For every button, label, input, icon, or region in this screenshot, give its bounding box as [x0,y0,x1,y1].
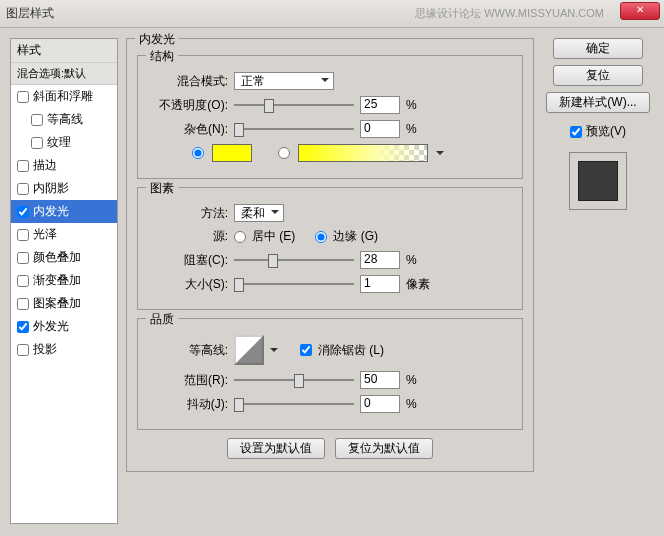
make-default-button[interactable]: 设置为默认值 [227,438,325,459]
color-swatch[interactable] [212,144,252,162]
preview-swatch [578,161,618,201]
sidebar-item[interactable]: 内阴影 [11,177,117,200]
sidebar-item-checkbox[interactable] [17,321,29,333]
close-button[interactable]: ✕ [620,2,660,20]
sidebar-item[interactable]: 投影 [11,338,117,361]
sidebar-item-label: 等高线 [47,111,83,128]
contour-picker[interactable] [234,335,264,365]
size-label: 大小(S): [148,276,228,293]
sidebar-item-checkbox[interactable] [17,344,29,356]
elements-label: 图素 [146,180,178,197]
sidebar-item[interactable]: 内发光 [11,200,117,223]
sidebar-blend-options[interactable]: 混合选项:默认 [11,63,117,85]
noise-slider[interactable] [234,121,354,137]
range-slider[interactable] [234,372,354,388]
technique-label: 方法: [148,205,228,222]
sidebar-item-label: 图案叠加 [33,295,81,312]
sidebar-item-checkbox[interactable] [17,160,29,172]
watermark: 思缘设计论坛 WWW.MISSYUAN.COM [415,6,604,21]
source-edge-label: 边缘 (G) [333,228,378,245]
panel-title: 内发光 [135,31,179,48]
jitter-slider[interactable] [234,396,354,412]
noise-input[interactable]: 0 [360,120,400,138]
sidebar-item-checkbox[interactable] [17,91,29,103]
opacity-slider[interactable] [234,97,354,113]
jitter-input[interactable]: 0 [360,395,400,413]
gradient-radio[interactable] [278,147,290,159]
noise-unit: % [406,122,436,136]
choke-label: 阻塞(C): [148,252,228,269]
range-label: 范围(R): [148,372,228,389]
noise-label: 杂色(N): [148,121,228,138]
sidebar-item-checkbox[interactable] [17,298,29,310]
styles-sidebar: 样式 混合选项:默认 斜面和浮雕等高线纹理描边内阴影内发光光泽颜色叠加渐变叠加图… [10,38,118,524]
quality-label: 品质 [146,311,178,328]
jitter-unit: % [406,397,436,411]
blend-mode-label: 混合模式: [148,73,228,90]
sidebar-item-label: 渐变叠加 [33,272,81,289]
antialias-checkbox[interactable] [300,344,312,356]
opacity-input[interactable]: 25 [360,96,400,114]
sidebar-item-label: 斜面和浮雕 [33,88,93,105]
sidebar-item[interactable]: 外发光 [11,315,117,338]
preview-label: 预览(V) [586,123,626,140]
ok-button[interactable]: 确定 [553,38,643,59]
preview-box [569,152,627,210]
opacity-unit: % [406,98,436,112]
sidebar-item[interactable]: 光泽 [11,223,117,246]
choke-input[interactable]: 28 [360,251,400,269]
color-radio[interactable] [192,147,204,159]
new-style-button[interactable]: 新建样式(W)... [546,92,649,113]
sidebar-item-label: 描边 [33,157,57,174]
inner-glow-fieldset: 内发光 结构 混合模式: 正常 不透明度(O): 25 % 杂色(N): [126,38,534,472]
sidebar-header[interactable]: 样式 [11,39,117,63]
sidebar-item-label: 投影 [33,341,57,358]
range-input[interactable]: 50 [360,371,400,389]
gradient-dropdown-icon[interactable] [436,151,444,159]
size-slider[interactable] [234,276,354,292]
choke-slider[interactable] [234,252,354,268]
sidebar-item-checkbox[interactable] [31,137,43,149]
sidebar-item-label: 光泽 [33,226,57,243]
right-panel: 确定 复位 新建样式(W)... 预览(V) [542,38,654,524]
window-title: 图层样式 [6,5,54,22]
reset-default-button[interactable]: 复位为默认值 [335,438,433,459]
sidebar-item-label: 颜色叠加 [33,249,81,266]
source-edge-radio[interactable] [315,231,327,243]
sidebar-item-checkbox[interactable] [17,252,29,264]
content: 内发光 结构 混合模式: 正常 不透明度(O): 25 % 杂色(N): [126,38,654,524]
sidebar-item-checkbox[interactable] [17,229,29,241]
source-center-label: 居中 (E) [252,228,295,245]
blend-mode-dropdown[interactable]: 正常 [234,72,334,90]
preview-checkbox[interactable] [570,126,582,138]
sidebar-item[interactable]: 斜面和浮雕 [11,85,117,108]
opacity-label: 不透明度(O): [148,97,228,114]
sidebar-item[interactable]: 渐变叠加 [11,269,117,292]
settings-panel: 内发光 结构 混合模式: 正常 不透明度(O): 25 % 杂色(N): [126,38,534,524]
sidebar-item-checkbox[interactable] [17,206,29,218]
sidebar-item[interactable]: 描边 [11,154,117,177]
cancel-button[interactable]: 复位 [553,65,643,86]
sidebar-item[interactable]: 纹理 [11,131,117,154]
sidebar-item[interactable]: 颜色叠加 [11,246,117,269]
quality-group: 品质 等高线: 消除锯齿 (L) 范围(R): 50 % [137,318,523,430]
sidebar-item[interactable]: 等高线 [11,108,117,131]
range-unit: % [406,373,436,387]
antialias-label: 消除锯齿 (L) [318,342,384,359]
jitter-label: 抖动(J): [148,396,228,413]
size-unit: 像素 [406,276,436,293]
gradient-swatch[interactable] [298,144,428,162]
size-input[interactable]: 1 [360,275,400,293]
choke-unit: % [406,253,436,267]
sidebar-item-checkbox[interactable] [17,183,29,195]
sidebar-item-label: 内阴影 [33,180,69,197]
sidebar-item-checkbox[interactable] [17,275,29,287]
contour-dropdown-icon[interactable] [270,348,278,356]
source-label: 源: [148,228,228,245]
source-center-radio[interactable] [234,231,246,243]
sidebar-item-label: 纹理 [47,134,71,151]
sidebar-item[interactable]: 图案叠加 [11,292,117,315]
main-area: 样式 混合选项:默认 斜面和浮雕等高线纹理描边内阴影内发光光泽颜色叠加渐变叠加图… [0,28,664,534]
sidebar-item-checkbox[interactable] [31,114,43,126]
technique-dropdown[interactable]: 柔和 [234,204,284,222]
